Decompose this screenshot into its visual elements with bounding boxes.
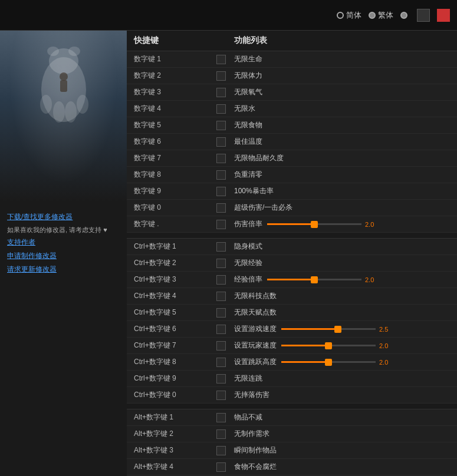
toggle-box[interactable] xyxy=(216,292,226,301)
cheat-toggle[interactable] xyxy=(216,462,234,472)
cheat-toggle[interactable] xyxy=(216,203,234,213)
toggle-box[interactable] xyxy=(216,137,226,147)
toggle-box[interactable] xyxy=(216,275,226,285)
toggle-box[interactable] xyxy=(216,391,226,400)
toggle-box[interactable] xyxy=(216,413,226,422)
svg-point-5 xyxy=(53,101,65,123)
toggle-box[interactable] xyxy=(216,308,226,318)
cheat-func: 无限科技点数 xyxy=(234,291,450,301)
link-2[interactable]: 支持作者 xyxy=(7,236,120,249)
cheat-toggle[interactable] xyxy=(216,71,234,81)
radio-simplified xyxy=(337,12,344,19)
slider-thumb[interactable] xyxy=(325,342,332,349)
cheat-key: 数字键 3 xyxy=(134,87,216,97)
slider-container[interactable]: 2.5 xyxy=(281,326,450,333)
toggle-box[interactable] xyxy=(216,187,226,196)
title-bar: 简体 繁体 xyxy=(0,0,457,31)
table-row: 数字键 4无限水 xyxy=(127,101,457,117)
cheat-key: Alt+数字键 1 xyxy=(134,412,216,422)
close-button[interactable] xyxy=(437,9,450,22)
slider-container[interactable]: 2.0 xyxy=(267,221,450,228)
table-row: Ctrl+数字键 6设置游戏速度2.5 xyxy=(127,321,457,338)
lang-simplified[interactable]: 简体 xyxy=(337,10,361,21)
lang-switcher: 简体 繁体 xyxy=(337,9,450,22)
slider-thumb[interactable] xyxy=(311,276,318,283)
link-3[interactable]: 申请制作修改器 xyxy=(7,250,120,263)
cheat-func: 无限生命 xyxy=(234,54,450,64)
table-row: Alt+数字键 1物品不减 xyxy=(127,409,457,426)
table-row: Ctrl+数字键 5无限天赋点数 xyxy=(127,305,457,321)
header-key: 快捷键 xyxy=(134,35,216,46)
toggle-box[interactable] xyxy=(216,446,226,455)
slider-thumb[interactable] xyxy=(325,359,332,366)
table-row: 数字键 0超级伤害/一击必杀 xyxy=(127,200,457,216)
toggle-box[interactable] xyxy=(216,55,226,64)
cheat-toggle[interactable] xyxy=(216,170,234,180)
header-toggle xyxy=(216,35,234,46)
slider-value: 2.5 xyxy=(379,326,393,333)
cheat-toggle[interactable] xyxy=(216,292,234,301)
cheat-toggle[interactable] xyxy=(216,374,234,384)
link-1[interactable]: 如果喜欢我的修改器, 请考虑支持 ♥ xyxy=(7,224,120,236)
toggle-box[interactable] xyxy=(216,358,226,367)
cheat-toggle[interactable] xyxy=(216,55,234,64)
cheat-toggle[interactable] xyxy=(216,275,234,285)
slider-thumb[interactable] xyxy=(334,326,341,333)
cheat-toggle[interactable] xyxy=(216,325,234,334)
slider-container[interactable]: 2.0 xyxy=(267,276,450,283)
cheat-toggle[interactable] xyxy=(216,413,234,422)
slider-container[interactable]: 2.0 xyxy=(281,359,450,366)
cheat-toggle[interactable] xyxy=(216,308,234,318)
toggle-box[interactable] xyxy=(216,429,226,439)
func-label: 设置游戏速度 xyxy=(234,324,277,334)
toggle-box[interactable] xyxy=(216,104,226,114)
lang-english[interactable] xyxy=(400,12,410,19)
cheat-toggle[interactable] xyxy=(216,104,234,114)
cheat-func: 经验倍率2.0 xyxy=(234,275,450,285)
cheat-toggle[interactable] xyxy=(216,341,234,351)
toggle-box[interactable] xyxy=(216,170,226,180)
toggle-box[interactable] xyxy=(216,242,226,252)
cheat-toggle[interactable] xyxy=(216,121,234,130)
toggle-box[interactable] xyxy=(216,71,226,81)
cheat-toggle[interactable] xyxy=(216,88,234,97)
toggle-box[interactable] xyxy=(216,462,226,472)
cheat-toggle[interactable] xyxy=(216,391,234,400)
toggle-box[interactable] xyxy=(216,325,226,334)
right-panel[interactable]: 快捷键 功能列表 数字键 1无限生命数字键 2无限体力数字键 3无限氧气数字键 … xyxy=(127,31,457,476)
table-row: 数字键 .伤害倍率2.0 xyxy=(127,216,457,233)
slider-thumb[interactable] xyxy=(311,221,318,228)
lang-traditional-label: 繁体 xyxy=(378,10,393,21)
toggle-box[interactable] xyxy=(216,259,226,268)
cheat-toggle[interactable] xyxy=(216,187,234,196)
cheat-key: 数字键 5 xyxy=(134,120,216,130)
cheat-func: 隐身模式 xyxy=(234,242,450,252)
link-0[interactable]: 下载/查找更多修改器 xyxy=(7,211,120,224)
cheat-toggle[interactable] xyxy=(216,446,234,455)
slider-track xyxy=(267,279,361,280)
toggle-box[interactable] xyxy=(216,341,226,351)
cheat-toggle[interactable] xyxy=(216,358,234,367)
minimize-button[interactable] xyxy=(417,9,430,22)
slider-fill xyxy=(281,345,328,346)
slider-track xyxy=(281,328,376,330)
toggle-box[interactable] xyxy=(216,203,226,213)
cheat-toggle[interactable] xyxy=(216,259,234,268)
cheat-key: Alt+数字键 4 xyxy=(134,462,216,472)
slider-value: 2.0 xyxy=(365,221,379,228)
cheat-toggle[interactable] xyxy=(216,137,234,147)
cheat-toggle[interactable] xyxy=(216,154,234,163)
toggle-box[interactable] xyxy=(216,88,226,97)
cheat-toggle[interactable] xyxy=(216,429,234,439)
cheat-toggle[interactable] xyxy=(216,242,234,252)
toggle-box[interactable] xyxy=(216,374,226,384)
slider-fill xyxy=(281,328,338,330)
cheat-toggle[interactable] xyxy=(216,220,234,229)
lang-traditional[interactable]: 繁体 xyxy=(369,10,393,21)
link-4[interactable]: 请求更新修改器 xyxy=(7,263,120,276)
toggle-box[interactable] xyxy=(216,121,226,130)
table-row: 数字键 8负重清零 xyxy=(127,167,457,183)
toggle-box[interactable] xyxy=(216,154,226,163)
toggle-box[interactable] xyxy=(216,220,226,229)
slider-container[interactable]: 2.0 xyxy=(281,342,450,349)
